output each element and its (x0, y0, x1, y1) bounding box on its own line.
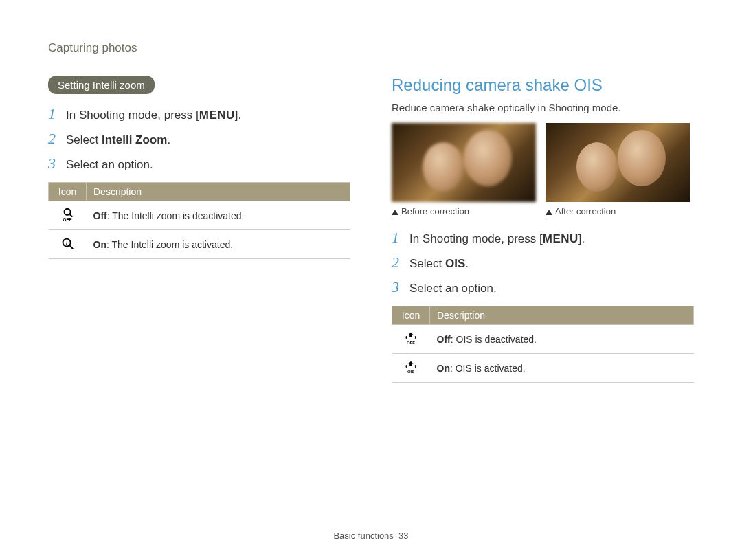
image-captions: Before correction After correction (392, 206, 694, 216)
step-text: In Shooting mode, press [MENU]. (409, 232, 585, 246)
step-text: In Shooting mode, press [MENU]. (66, 109, 241, 122)
cell-desc: On: The Intelli zoom is activated. (87, 230, 350, 259)
ois-comparison-images (392, 123, 694, 202)
table-row: OFF Off: OIS is deactivated. (392, 325, 694, 354)
intelli-on-icon: i (49, 230, 87, 259)
caption-before: Before correction (392, 206, 536, 216)
intelli-zoom-options-table: Icon Description OFF Off: The Intelli zo… (48, 182, 350, 259)
before-correction-image (392, 123, 536, 202)
step-text: Select Intelli Zoom. (66, 133, 170, 147)
svg-text:OIS: OIS (407, 370, 414, 374)
step-text: Select an option. (66, 158, 153, 172)
th-desc: Description (430, 306, 694, 325)
right-column: Reducing camera shake OIS Reduce camera … (392, 76, 694, 383)
table-row: i On: The Intelli zoom is activated. (49, 230, 350, 259)
left-column: Setting Intelli zoom 1 In Shooting mode,… (48, 76, 350, 383)
ois-on-icon: OIS (392, 354, 430, 383)
svg-text:OFF: OFF (407, 341, 415, 345)
section-title-ois: Reducing camera shake OIS (392, 76, 694, 95)
cell-desc: Off: OIS is deactivated. (430, 325, 694, 354)
step-number: 3 (392, 278, 409, 296)
step-number: 1 (48, 105, 66, 123)
cell-desc: Off: The Intelli zoom is deactivated. (87, 201, 350, 230)
step-number: 3 (48, 155, 66, 172)
caption-after: After correction (546, 206, 690, 216)
step-3: 3 Select an option. (392, 278, 694, 296)
setting-intelli-zoom-pill: Setting Intelli zoom (48, 76, 155, 94)
step-number: 1 (392, 229, 409, 247)
table-row: OFF Off: The Intelli zoom is deactivated… (49, 201, 350, 230)
step-text: Select an option. (409, 282, 497, 295)
breadcrumb: Capturing photos (48, 41, 694, 55)
step-number: 2 (48, 130, 66, 148)
svg-line-1 (70, 214, 73, 217)
svg-point-0 (64, 209, 70, 215)
ois-steps: 1 In Shooting mode, press [MENU]. 2 Sele… (392, 229, 694, 296)
step-number: 2 (392, 254, 409, 271)
step-2: 2 Select OIS. (392, 254, 694, 271)
th-icon: Icon (49, 183, 87, 201)
table-row: OIS On: OIS is activated. (392, 354, 694, 383)
intelli-zoom-steps: 1 In Shooting mode, press [MENU]. 2 Sele… (48, 105, 350, 172)
step-3: 3 Select an option. (48, 155, 350, 172)
svg-line-4 (69, 245, 73, 249)
ois-off-icon: OFF (392, 325, 430, 354)
triangle-icon (392, 210, 398, 215)
after-correction-image (546, 123, 690, 202)
menu-label: MENU (543, 232, 578, 245)
menu-label: MENU (199, 109, 235, 122)
th-desc: Description (87, 183, 350, 201)
step-text: Select OIS. (409, 257, 469, 271)
th-icon: Icon (392, 306, 430, 325)
footer-page-number: 33 (398, 530, 408, 541)
step-2: 2 Select Intelli Zoom. (48, 130, 350, 148)
step-1: 1 In Shooting mode, press [MENU]. (48, 105, 350, 123)
ois-options-table: Icon Description OFF Off: OIS is deactiv… (392, 306, 694, 383)
step-1: 1 In Shooting mode, press [MENU]. (392, 229, 694, 247)
intelli-off-icon: OFF (49, 201, 87, 230)
svg-text:OFF: OFF (63, 217, 72, 222)
footer-section: Basic functions (333, 530, 393, 541)
triangle-icon (546, 210, 552, 215)
ois-subtext: Reduce camera shake optically in Shootin… (392, 102, 694, 113)
page-footer: Basic functions 33 (0, 530, 742, 541)
cell-desc: On: OIS is activated. (430, 354, 694, 383)
svg-text:i: i (66, 240, 68, 246)
